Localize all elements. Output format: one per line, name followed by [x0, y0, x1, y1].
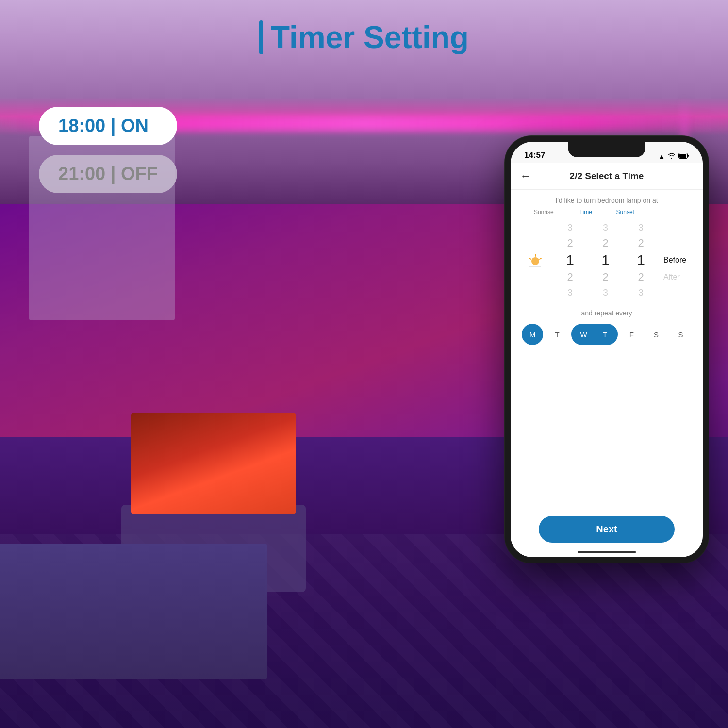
day-label: M [529, 331, 536, 339]
day-label: F [629, 331, 634, 339]
before-after-col: Before After [663, 220, 695, 300]
before-option[interactable]: Before [663, 251, 686, 269]
phone-outer-shell: 14:57 ▲ [505, 136, 709, 563]
next-button-wrapper: Next [511, 349, 703, 557]
signal-icon: ▲ [658, 152, 665, 160]
sofa-bed [0, 544, 267, 679]
time-label: Time [579, 209, 592, 215]
picker-val: 3 [638, 285, 644, 300]
picker-col-3: 3 2 1 2 3 [623, 220, 659, 300]
day-tuesday[interactable]: T [546, 324, 568, 345]
phone-screen: 14:57 ▲ [511, 142, 703, 557]
app-content: ← 2/2 Select a Time I'd like to turn bed… [511, 163, 703, 557]
page-title: Timer Setting [271, 19, 469, 55]
picker-col-2: 3 2 1 2 3 [588, 220, 623, 300]
tv-display [131, 413, 296, 514]
day-label: S [678, 331, 683, 339]
picker-col-1: 3 2 1 2 3 [552, 220, 588, 300]
day-wednesday[interactable]: W [573, 324, 595, 345]
timer-on-pill: 18:00 | ON [39, 107, 177, 145]
picker-val: 3 [567, 285, 573, 300]
picker-val: 2 [567, 269, 573, 285]
repeat-section: and repeat every M T W [511, 302, 703, 349]
day-saturday[interactable]: S [645, 324, 667, 345]
time-picker-container: Sunrise Time Sunset [511, 207, 703, 302]
picker-val-selected: 1 [637, 251, 645, 269]
day-label: T [603, 331, 607, 339]
days-wt-pill[interactable]: W T [571, 324, 618, 345]
svg-point-2 [531, 257, 539, 265]
picker-val: 2 [602, 235, 608, 251]
sunrise-label: Sunrise [534, 209, 554, 215]
picker-val: 2 [567, 235, 573, 251]
day-monday[interactable]: M [522, 324, 543, 345]
status-time: 14:57 [524, 150, 545, 160]
picker-val: 3 [638, 220, 644, 235]
day-thursday[interactable]: T [595, 324, 616, 345]
status-icons: ▲ [658, 152, 689, 160]
wifi-icon [668, 152, 676, 160]
timer-off-label: 21:00 | OFF [58, 164, 158, 184]
subtitle-text: I'd like to turn bedroom lamp on at [511, 190, 703, 207]
picker-val: 2 [638, 235, 644, 251]
after-option[interactable]: After [663, 269, 680, 285]
picker-val: 2 [602, 269, 608, 285]
back-button[interactable]: ← [520, 170, 531, 182]
picker-labels: Sunrise Time Sunset [518, 207, 695, 216]
app-header: ← 2/2 Select a Time [511, 163, 703, 190]
svg-line-5 [540, 258, 541, 259]
phone-notch [568, 142, 645, 157]
tv-screen [131, 413, 296, 514]
timer-pills-container: 18:00 | ON 21:00 | OFF [39, 107, 177, 193]
svg-rect-1 [679, 154, 686, 158]
picker-val: 2 [638, 269, 644, 285]
page-title-area: Timer Setting [0, 19, 728, 55]
day-sunday[interactable]: S [670, 324, 692, 345]
screen-title: 2/2 Select a Time [570, 171, 644, 182]
sunrise-col [518, 220, 552, 300]
day-label: S [654, 331, 659, 339]
repeat-label: and repeat every [520, 309, 693, 317]
phone-mockup: 14:57 ▲ [505, 136, 709, 563]
day-label: W [580, 331, 587, 339]
picker-rows: 3 2 1 2 3 3 2 1 2 [518, 218, 695, 302]
picker-cols: 3 2 1 2 3 3 2 1 2 [518, 220, 695, 300]
picker-val-selected: 1 [601, 251, 610, 269]
sunrise-icon [528, 251, 543, 269]
battery-icon [678, 152, 689, 160]
sunset-label: Sunset [616, 209, 634, 215]
picker-val: 3 [603, 285, 608, 300]
picker-val: 3 [603, 220, 608, 235]
title-accent-bar [259, 20, 263, 54]
timer-on-label: 18:00 | ON [58, 116, 149, 136]
timer-off-pill: 21:00 | OFF [39, 155, 177, 193]
day-label: T [555, 331, 559, 339]
svg-line-4 [529, 258, 531, 259]
day-friday[interactable]: F [621, 324, 642, 345]
next-button[interactable]: Next [539, 516, 675, 543]
days-row: M T W T [520, 324, 693, 345]
picker-val-selected: 1 [566, 251, 574, 269]
home-indicator [578, 551, 636, 553]
picker-val: 3 [567, 220, 573, 235]
